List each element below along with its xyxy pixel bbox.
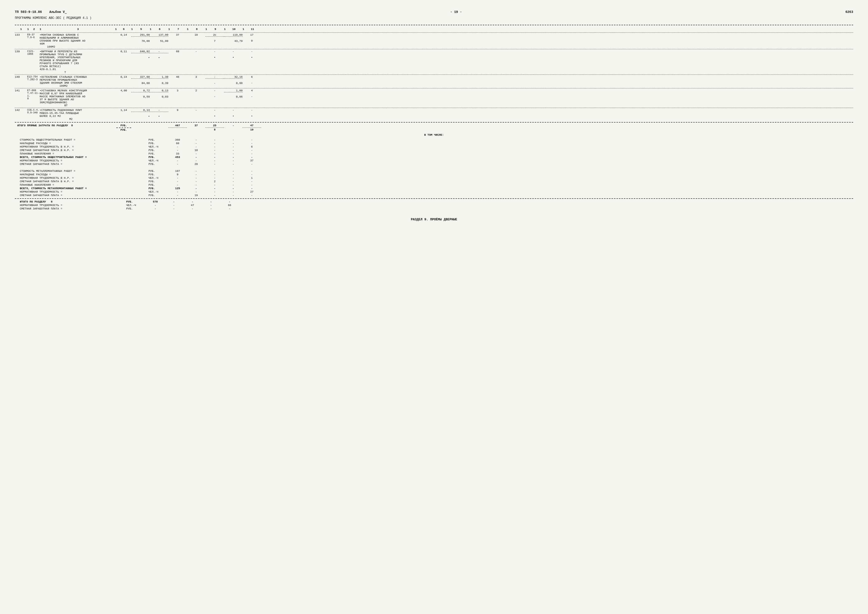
s-col7: 360: [168, 138, 187, 141]
s-label: СТОИМОСТЬ ОБЩЕСТРОИТЕЛЬНЫХ РАБОТ =: [20, 138, 149, 141]
col-h-9: 9: [207, 28, 224, 31]
summary-row: ВСЕГО, СТОИМОСТЬ МЕТАЛЛОМОНТАЖНЫХ РАБОТ …: [20, 187, 853, 190]
s-col10: -: [224, 142, 243, 145]
summary-row: СМЕТНАЯ ЗАРАБОТНАЯ ПЛАТА В Н.Р. = РУБ. -…: [20, 180, 853, 183]
f-col11: -: [220, 207, 239, 210]
cell-code: Е7-668Т.47-11-1.8: [27, 89, 40, 100]
s-col9: -: [205, 163, 224, 166]
cell-col5a: 291,0070,00: [131, 33, 150, 43]
s-label: НАКЛАДНЫЕ РАСХОДЫ =: [20, 173, 149, 176]
col-h-4: 6: [116, 28, 131, 31]
s-col11: -: [243, 149, 261, 152]
s-col8: -: [187, 170, 205, 172]
s-col10: -: [224, 194, 243, 197]
s-col11: -: [243, 152, 261, 155]
s-label: СМЕТНАЯ ЗАРАБОТНАЯ ПЛАТА =: [20, 194, 149, 197]
f-unit: ЧЕЛ.-Ч: [126, 204, 146, 207]
s-col7: -: [168, 145, 187, 148]
col-h-10: 10: [225, 28, 243, 31]
summary-row: ВСЕГО, СТОИМОСТЬ ОБЩЕСТРОИТЕЛЬНЫХ РАБОТ …: [20, 156, 853, 159]
cell-col4c: 0,14: [116, 76, 131, 79]
s-col11: -: [243, 180, 261, 183]
s-unit: ЧЕЛ.-Ч: [149, 177, 168, 180]
cell-col8d: 2: [187, 89, 205, 92]
f-col9: -: [183, 200, 202, 203]
cell-desc: •СТОИМОСТЬ ПОДОКОННЫХ ПЛИТ ПОШ19-15.45-Т…: [40, 109, 116, 121]
s-col8: -: [187, 138, 205, 141]
col-h-3: 3: [41, 28, 115, 31]
final-totals: ИТОГО ПО РАЗДЕЛУ 8 РУБ. 578 - - - - НОРМ…: [20, 200, 853, 210]
s-col7: -: [168, 149, 187, 152]
cell-col11d: 4-: [243, 89, 261, 98]
s-label: ВСЕГО, СТОИМОСТЬ МЕТАЛЛОМОНТАЖНЫХ РАБОТ …: [20, 187, 149, 190]
table-row: 140 Е13-754Т.202-3 •ОСТЕКЛЕНИЕ СТАЛЬНЫХ …: [15, 76, 853, 87]
cell-col4e: 1,14: [116, 109, 131, 112]
summary-section-1: СТОИМОСТЬ ОБЩЕСТРОИТЕЛЬНЫХ РАБОТ = РУБ. …: [20, 138, 853, 166]
s-col8: -: [187, 145, 205, 148]
cell-desc: •УСТАНОВКА МЕЛКИХ КОНСТРУКЦИЯ МАССОЙ 0,9…: [40, 89, 116, 107]
col-headers-row: 1 1 2 1 3 1 6 1 5 1 6 1 7 1 8 1 9 1 10 1…: [15, 27, 853, 32]
summary-row: ПЛАНОВЫЕ НАКОПЛЕНИЯ = РУБ. 33 - - - -: [20, 152, 853, 155]
col-h-8: 8: [188, 28, 205, 31]
s-col7: -: [168, 180, 187, 183]
cell-col4b: 0,11: [116, 50, 131, 53]
s-col11: -: [243, 194, 261, 197]
s-col9: -: [205, 173, 224, 176]
itogo-col6: [150, 124, 168, 127]
f-col7: -: [146, 204, 164, 207]
s-col9: -: [205, 194, 224, 197]
itogo-col7: 467: [168, 124, 187, 131]
s-col11: 6: [243, 145, 261, 148]
cell-col5d: 0,720,59: [131, 89, 150, 98]
s-col9: -: [205, 159, 224, 162]
s-label: ПЛАНОВЫЕ НАКОПЛЕНИЯ =: [20, 183, 149, 186]
s-col11: 1: [243, 177, 261, 180]
cell-desc: •ВИТРАЖИ И ПЕРЕПЛЕТЫ ИЗ ПРОФИЛЬНЫХ ТРУБ …: [40, 50, 116, 74]
cell-id: 142: [15, 109, 27, 112]
cell-col5c: 327,0084,00: [131, 76, 150, 85]
cell-desc: •ОСТЕКЛЕНИЕ СТАЛЬНЫХ СТЕНОВЫХ ПЕРЕПЛЕТОВ…: [40, 76, 116, 87]
f-col10: -: [202, 204, 220, 207]
summary-row: НАКЛАДНЫЕ РАСХОДЫ = РУБ. 60 - - - -: [20, 142, 853, 145]
s-col8: -: [187, 156, 205, 159]
summary-row: НОРМАТИВНАЯ ТРУДОЕМКОСТЬ В Н.Р. = ЧЕЛ.-Ч…: [20, 177, 853, 180]
cell-col11e: -•: [243, 109, 261, 118]
s-col9: -: [205, 138, 224, 141]
s-col9: -: [205, 145, 224, 148]
s-col9: -: [205, 156, 224, 159]
f-unit: РУБ.: [126, 200, 146, 203]
s-col10: -: [224, 163, 243, 166]
top-divider: [15, 25, 853, 25]
program-label: ПРОГРАММЫ КОМПЛЕКС АВС-ЗЕС ( РЕДАКЦИЯ 4.…: [15, 16, 91, 20]
s-col8: -: [187, 152, 205, 155]
f-col10: -: [202, 200, 220, 203]
f-col8: -: [164, 204, 183, 207]
f-col7: -: [146, 207, 164, 210]
s-col9: -: [205, 149, 224, 152]
f-label: НОРМАТИВНАЯ ТРУДОЕМКОСТЬ =: [20, 204, 126, 207]
s-col11: 27: [243, 191, 261, 193]
s-col7: -: [168, 191, 187, 193]
subheader: ПРОГРАММЫ КОМПЛЕКС АВС-ЗЕС ( РЕДАКЦИЯ 4.…: [15, 16, 853, 20]
col-h-7: 7: [169, 28, 187, 31]
col-h-11: 11: [244, 28, 261, 31]
itogo-col11: 47 10: [243, 124, 261, 131]
final-row: СМЕТНАЯ ЗАРАБОТНАЯ ПЛАТА = РУБ. - - - - …: [20, 207, 853, 210]
header: ТП 503-9-18.86 Альбом V̲ - 19 - 6263: [15, 10, 853, 14]
s-col8: -: [187, 173, 205, 176]
final-row: ИТОГО ПО РАЗДЕЛУ 8 РУБ. 578 - - - -: [20, 200, 853, 203]
s-unit: РУБ.: [149, 156, 168, 159]
album: Альбом V̲: [49, 10, 67, 14]
cell-col10b: -•: [224, 50, 243, 59]
s-col11: -: [243, 170, 261, 172]
s-col9: -: [205, 142, 224, 145]
s-col7: -: [168, 159, 187, 162]
s-col7: 107: [168, 170, 187, 172]
s-col11: -: [243, 173, 261, 176]
s-label: НОРМАТИВНАЯ ТРУДОЕМКОСТЬ В Н.Р. =: [20, 177, 149, 180]
s-unit: РУБ.: [149, 180, 168, 183]
s-unit: РУБ.: [149, 163, 168, 166]
cell-col5e: 0,13•: [131, 109, 150, 118]
s-col8: 10: [187, 149, 205, 152]
cell-col4: 0,14: [116, 33, 131, 36]
